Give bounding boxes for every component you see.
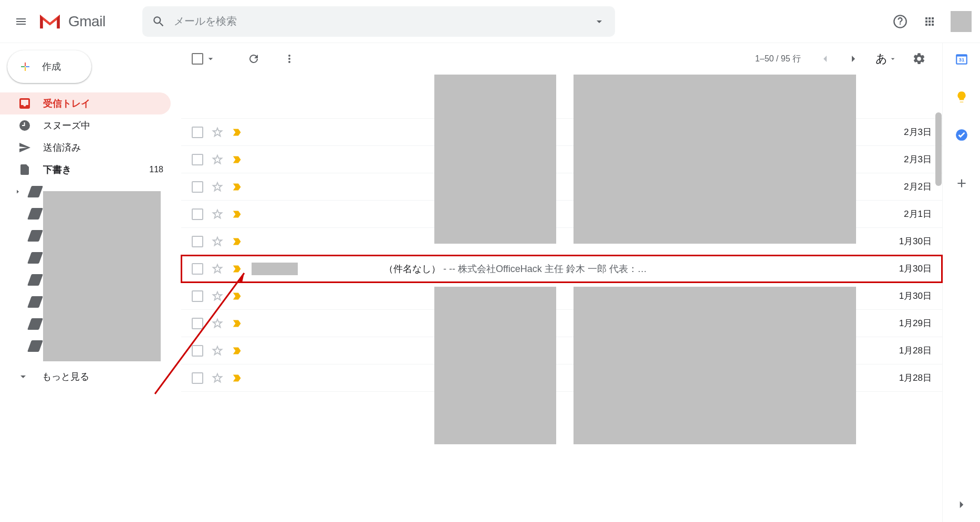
- select-all[interactable]: [192, 53, 216, 65]
- email-row[interactable]: （件名なし） - -- 株式会社OfficeHack 主任 鈴木 一郎 代表：……: [181, 255, 942, 283]
- menu-button[interactable]: [8, 9, 34, 34]
- important-icon: [232, 236, 243, 247]
- nav-inbox[interactable]: 受信トレイ: [0, 92, 171, 114]
- chevron-right-icon: [955, 498, 968, 511]
- lang-label: あ: [875, 51, 888, 67]
- add-app-button[interactable]: [955, 176, 968, 190]
- tasks-app-button[interactable]: [955, 128, 968, 142]
- row-checkbox[interactable]: [192, 318, 203, 329]
- row-checkbox[interactable]: [192, 372, 203, 384]
- search-dropdown-icon[interactable]: [593, 15, 606, 28]
- star-button[interactable]: [212, 372, 223, 384]
- star-button[interactable]: [212, 127, 223, 138]
- row-checkbox[interactable]: [192, 345, 203, 357]
- star-button[interactable]: [212, 208, 223, 220]
- important-button[interactable]: [232, 372, 243, 384]
- redacted-block: [574, 75, 856, 244]
- redacted-block: [574, 287, 856, 444]
- row-checkbox[interactable]: [192, 290, 203, 302]
- prev-page-button[interactable]: [812, 46, 838, 71]
- collapse-panel-button[interactable]: [955, 498, 968, 511]
- calendar-app-button[interactable]: 31: [955, 53, 968, 66]
- row-checkbox[interactable]: [192, 181, 203, 193]
- star-button[interactable]: [212, 345, 223, 357]
- search-icon: [152, 15, 165, 28]
- important-icon: [232, 318, 243, 329]
- scrollbar-thumb[interactable]: [935, 112, 942, 186]
- nav-drafts[interactable]: 下書き 118: [0, 159, 171, 181]
- row-checkbox[interactable]: [192, 263, 203, 275]
- gmail-text: Gmail: [68, 13, 106, 30]
- keep-app-button[interactable]: [955, 90, 968, 104]
- row-checkbox[interactable]: [192, 236, 203, 247]
- important-icon: [232, 208, 243, 220]
- star-icon: [212, 181, 223, 193]
- apps-button[interactable]: [917, 9, 942, 34]
- important-button[interactable]: [232, 263, 243, 275]
- email-date: 1月28日: [899, 372, 932, 384]
- gmail-m-icon: [38, 13, 62, 30]
- compose-button[interactable]: 作成: [7, 50, 91, 83]
- email-snippet: - -- 株式会社OfficeHack 主任 鈴木 一郎 代表：…: [441, 264, 647, 274]
- star-button[interactable]: [212, 236, 223, 247]
- list-toolbar: 1–50 / 95 行 あ: [181, 43, 942, 75]
- important-button[interactable]: [232, 318, 243, 329]
- email-date: 1月28日: [899, 344, 932, 357]
- important-button[interactable]: [232, 208, 243, 220]
- redacted-block: [434, 287, 556, 444]
- more-button[interactable]: [277, 46, 302, 71]
- important-button[interactable]: [232, 154, 243, 165]
- keep-icon: [955, 90, 968, 104]
- star-icon: [212, 236, 223, 247]
- page-info[interactable]: 1–50 / 95 行: [755, 54, 801, 65]
- search-bar[interactable]: [142, 6, 615, 37]
- important-button[interactable]: [232, 127, 243, 138]
- important-button[interactable]: [232, 290, 243, 302]
- clock-icon: [18, 119, 32, 132]
- sidebar: 作成 受信トレイ スヌーズ中 送信済み 下書き 118: [0, 43, 181, 522]
- important-icon: [232, 290, 243, 302]
- important-icon: [232, 127, 243, 138]
- nav-more[interactable]: もっと見る: [0, 366, 181, 388]
- email-subject: （件名なし）: [384, 264, 441, 274]
- star-button[interactable]: [212, 181, 223, 193]
- important-button[interactable]: [232, 236, 243, 247]
- plus-icon: [17, 58, 34, 75]
- header: Gmail: [0, 0, 980, 43]
- important-button[interactable]: [232, 345, 243, 357]
- svg-text:31: 31: [958, 57, 964, 62]
- chevron-left-icon: [819, 53, 831, 65]
- refresh-button[interactable]: [241, 46, 266, 71]
- nav-inbox-label: 受信トレイ: [43, 97, 90, 110]
- user-avatar[interactable]: [951, 11, 972, 32]
- label-icon: [27, 318, 43, 330]
- important-icon: [232, 263, 243, 275]
- nav-snoozed[interactable]: スヌーズ中: [0, 114, 171, 137]
- nav-more-label: もっと見る: [42, 370, 89, 383]
- email-sender: [252, 263, 384, 275]
- help-button[interactable]: [888, 9, 913, 34]
- chevron-right-icon: [847, 53, 860, 65]
- caret-down-icon: [889, 55, 897, 63]
- star-icon: [212, 290, 223, 302]
- next-page-button[interactable]: [841, 46, 866, 71]
- important-button[interactable]: [232, 181, 243, 193]
- input-tool-button[interactable]: あ: [875, 51, 897, 67]
- help-icon: [893, 14, 908, 29]
- email-date: 2月2日: [904, 181, 932, 193]
- nav-sent[interactable]: 送信済み: [0, 137, 171, 159]
- redacted-block: [434, 75, 556, 244]
- star-button[interactable]: [212, 290, 223, 302]
- gmail-logo[interactable]: Gmail: [38, 13, 106, 30]
- row-checkbox[interactable]: [192, 127, 203, 138]
- email-date: 2月3日: [904, 153, 932, 165]
- star-button[interactable]: [212, 154, 223, 165]
- star-button[interactable]: [212, 263, 223, 275]
- email-date: 1月30日: [899, 263, 932, 275]
- star-button[interactable]: [212, 318, 223, 329]
- settings-button[interactable]: [906, 46, 932, 71]
- label-icon: [27, 296, 43, 308]
- row-checkbox[interactable]: [192, 154, 203, 165]
- row-checkbox[interactable]: [192, 208, 203, 220]
- search-input[interactable]: [174, 15, 593, 27]
